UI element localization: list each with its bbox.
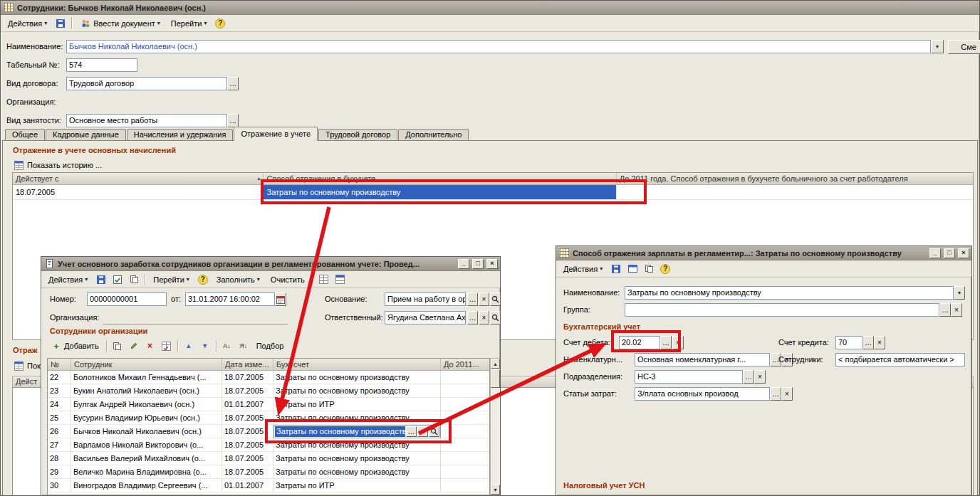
goto-button[interactable]: Перейти ▾ xyxy=(149,273,194,286)
tab-accruals[interactable]: Начисления и удержания xyxy=(127,129,234,141)
column-date[interactable]: Дата изме... xyxy=(222,359,273,370)
move-down-button[interactable]: ▼ xyxy=(198,339,212,353)
employee-row[interactable]: 26Бычков Николай Николаевич (осн.)18.07.… xyxy=(48,425,489,438)
name-dropdown-button[interactable]: ▾ xyxy=(931,40,944,53)
cell-note[interactable] xyxy=(441,438,490,452)
cell-date[interactable]: 18.07.2005 xyxy=(222,465,273,479)
cell-method[interactable]: Затраты по основному производству xyxy=(264,185,616,200)
cell-note[interactable] xyxy=(441,371,490,384)
cell-note[interactable] xyxy=(441,465,490,479)
enter-document-button[interactable]: Ввести документ ▾ xyxy=(75,16,165,31)
actions-button[interactable]: Действия ▾ xyxy=(4,17,51,30)
cell-date[interactable]: 18.07.2005 xyxy=(222,371,273,384)
fill-button[interactable]: Заполнить ▾ xyxy=(212,273,264,286)
cost-items-clear-button[interactable]: × xyxy=(781,387,793,401)
cell-account[interactable]: Затраты по основному производству xyxy=(273,452,441,465)
edit-row-button[interactable] xyxy=(127,339,141,353)
cell-number[interactable]: 24 xyxy=(48,398,71,411)
cell-account[interactable]: Затраты по основному производству xyxy=(273,465,441,479)
column-method[interactable]: Способ отражения в бухучете xyxy=(264,173,616,184)
scrollbar-thumb[interactable] xyxy=(491,369,500,388)
scroll-up-button[interactable]: ▲ xyxy=(491,359,500,369)
departments-field[interactable]: НС-3 xyxy=(635,370,743,384)
group-choose-button[interactable]: … xyxy=(939,303,951,317)
credit-choose-button[interactable]: … xyxy=(862,336,874,349)
employee-row[interactable]: 30Виноградов Владимир Сергеевич (...01.0… xyxy=(48,479,489,492)
pick-button[interactable]: Подбор xyxy=(253,340,288,352)
cell-note[interactable] xyxy=(441,452,490,465)
personnel-number-field[interactable]: 574 xyxy=(66,58,137,72)
add-row-button[interactable]: + Добавить xyxy=(47,339,103,353)
cell-number[interactable]: 29 xyxy=(48,465,71,479)
tab-additional[interactable]: Дополнительно xyxy=(398,129,469,141)
scroll-down-button[interactable]: ▼ xyxy=(491,485,500,495)
departments-choose-button[interactable]: … xyxy=(743,370,754,384)
debit-field[interactable]: 20.02 xyxy=(619,336,660,349)
cell-account-editing[interactable]: Затраты по основному производству…× xyxy=(273,425,441,438)
delete-row-button[interactable]: × xyxy=(143,339,157,353)
cell-account[interactable]: Затраты по основному производству xyxy=(273,411,441,425)
maximize-button[interactable]: □ xyxy=(944,248,955,258)
document-window-titlebar[interactable]: Учет основного заработка сотрудников орг… xyxy=(41,257,500,271)
employee-row[interactable]: 29Величко Марина Владимировна (о...18.07… xyxy=(48,465,489,479)
tab-general[interactable]: Общее xyxy=(5,129,45,141)
structure-button[interactable] xyxy=(333,273,348,287)
name-field[interactable]: Затраты по основному производству xyxy=(625,286,954,300)
cell-employee[interactable]: Васильев Валерий Михайлович (о... xyxy=(71,452,222,465)
copy-button[interactable] xyxy=(127,273,141,287)
minimize-button[interactable]: _ xyxy=(929,248,941,258)
clear-button[interactable]: × xyxy=(417,426,428,437)
responsible-field[interactable]: Ягудина Светлана Ахметовна xyxy=(385,311,466,324)
cell-date[interactable]: 18.07.2005 xyxy=(222,438,273,452)
change-button[interactable]: Сме xyxy=(948,40,980,54)
responsible-choose-button[interactable]: … xyxy=(467,311,478,324)
help-button[interactable]: ? xyxy=(196,273,210,287)
cell-employee[interactable]: Варламов Николай Викторович (о... xyxy=(71,438,222,452)
cell-date[interactable]: 18.07.2005 xyxy=(222,411,273,425)
goto-button[interactable]: Перейти ▾ xyxy=(167,17,212,30)
help-button[interactable]: ? xyxy=(213,16,227,31)
date-field[interactable]: 31.01.2007 16:00:02 xyxy=(185,292,275,306)
save-button[interactable] xyxy=(94,273,108,287)
employment-type-field[interactable]: Основное место работы xyxy=(66,114,227,127)
cell-number[interactable]: 22 xyxy=(48,371,71,384)
tab-hr-data[interactable]: Кадровые данные xyxy=(46,129,126,141)
employees-field[interactable]: < подбирается автоматически > xyxy=(835,353,965,366)
cell-employee[interactable]: Бычков Николай Николаевич (осн.) xyxy=(71,425,222,438)
basis-choose-button[interactable]: … xyxy=(467,292,478,306)
maximize-button[interactable]: □ xyxy=(472,259,484,269)
copy-button[interactable] xyxy=(642,262,656,276)
cell-account[interactable]: Затраты по основному производству xyxy=(273,384,441,398)
employee-row[interactable]: 28Васильев Валерий Михайлович (о...18.07… xyxy=(48,452,489,465)
cell-number[interactable]: 23 xyxy=(48,384,71,398)
debit-clear-button[interactable]: × xyxy=(672,336,684,349)
credit-clear-button[interactable]: × xyxy=(874,336,885,349)
name-dropdown-button[interactable]: ▾ xyxy=(954,286,965,300)
cell-employee[interactable]: Булгак Андрей Николаевич (осн.) xyxy=(71,398,222,411)
basis-clear-button[interactable]: × xyxy=(479,292,489,306)
column-number[interactable]: № xyxy=(48,359,71,370)
cell-note[interactable] xyxy=(441,479,490,492)
cell-date[interactable]: 18.07.2005 xyxy=(222,452,273,465)
responsible-open-button[interactable] xyxy=(490,311,501,324)
end-edit-button[interactable] xyxy=(160,339,174,353)
cell-note[interactable] xyxy=(441,425,490,438)
cell-date[interactable]: 18.07.2005 xyxy=(222,425,273,438)
cell-employee[interactable]: Болотников Михаил Геннадьевич (... xyxy=(71,371,222,384)
cell-note[interactable] xyxy=(441,398,490,411)
departments-clear-button[interactable]: × xyxy=(754,370,766,384)
organization-field[interactable] xyxy=(103,311,288,324)
cell-note[interactable] xyxy=(617,185,973,200)
post-document-button[interactable] xyxy=(110,273,125,287)
minimize-button[interactable]: _ xyxy=(458,259,469,269)
cell-number[interactable]: 25 xyxy=(48,411,71,425)
column-note[interactable]: До 2011... xyxy=(441,359,490,370)
column-account[interactable]: Бух. счет xyxy=(273,359,441,370)
cell-number[interactable]: 27 xyxy=(48,438,71,452)
cell-number[interactable]: 28 xyxy=(48,452,71,465)
copy-row-button[interactable] xyxy=(110,339,125,353)
tab-reflection[interactable]: Отражение в учете xyxy=(234,127,318,141)
show-history-button[interactable]: Показать историю ... xyxy=(13,159,102,171)
cost-items-field[interactable]: З/плата основных производ xyxy=(635,387,770,401)
reread-button[interactable] xyxy=(625,262,640,276)
